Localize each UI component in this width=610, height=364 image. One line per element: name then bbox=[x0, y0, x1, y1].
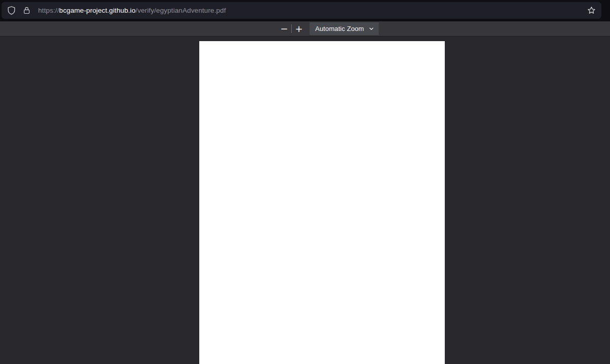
zoom-in-button[interactable]: + bbox=[292, 22, 306, 36]
pdf-viewer-area[interactable] bbox=[0, 37, 610, 364]
browser-top-bar: https://bcgame-project.github.io/verify/… bbox=[0, 0, 610, 21]
zoom-in-label: + bbox=[295, 23, 302, 35]
pdf-toolbar: − + Automatic Zoom bbox=[0, 21, 610, 37]
lock-icon[interactable] bbox=[21, 5, 32, 16]
toolbar-divider bbox=[291, 24, 292, 33]
zoom-out-label: − bbox=[280, 23, 288, 35]
shield-icon bbox=[7, 6, 16, 15]
url-domain: bcgame-project.github.io bbox=[59, 7, 135, 14]
pdf-page bbox=[199, 41, 445, 364]
url-scheme: https:// bbox=[38, 7, 59, 14]
url-path: /verify/egyptianAdventure.pdf bbox=[136, 7, 226, 14]
zoom-out-button[interactable]: − bbox=[278, 22, 291, 36]
tracking-protection-shield-icon[interactable] bbox=[6, 5, 17, 16]
zoom-scale-value: Automatic Zoom bbox=[315, 25, 365, 32]
bookmark-star-icon[interactable] bbox=[586, 5, 597, 16]
padlock-icon bbox=[22, 6, 31, 15]
zoom-scale-select[interactable]: Automatic Zoom bbox=[310, 22, 379, 35]
url-bar[interactable]: https://bcgame-project.github.io/verify/… bbox=[2, 2, 601, 19]
zoom-controls: − + Automatic Zoom bbox=[278, 21, 379, 36]
chevron-down-icon bbox=[369, 26, 374, 31]
url-text[interactable]: https://bcgame-project.github.io/verify/… bbox=[38, 7, 582, 14]
star-icon bbox=[587, 6, 596, 15]
